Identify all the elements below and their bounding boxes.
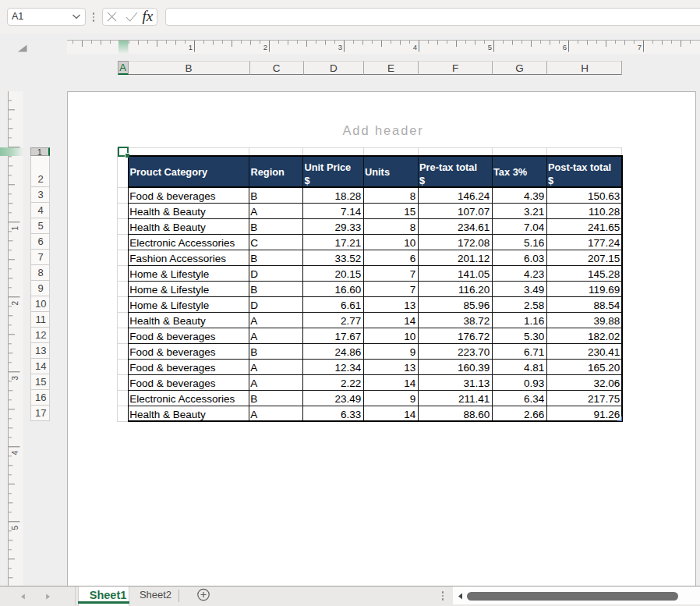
svg-text:4: 4: [11, 451, 19, 455]
svg-text:2: 2: [263, 42, 267, 51]
svg-text:7: 7: [638, 42, 642, 51]
svg-text:3: 3: [338, 42, 342, 51]
svg-text:2: 2: [11, 301, 19, 306]
svg-text:3: 3: [11, 376, 19, 381]
svg-text:4: 4: [413, 42, 417, 51]
svg-text:6: 6: [563, 42, 567, 51]
svg-text:1: 1: [189, 42, 193, 51]
svg-text:5: 5: [488, 42, 492, 51]
svg-text:5: 5: [11, 526, 19, 530]
svg-text:1: 1: [11, 226, 19, 231]
